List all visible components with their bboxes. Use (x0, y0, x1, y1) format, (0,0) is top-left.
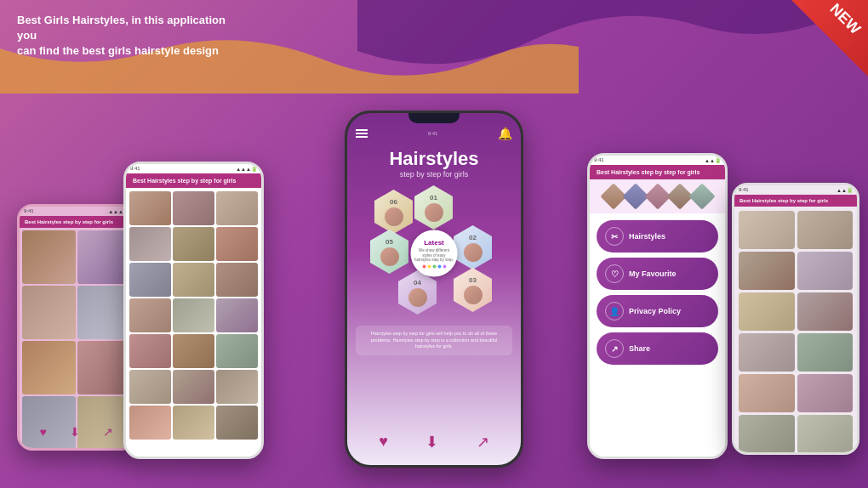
center-app-title: Hairstyles (347, 144, 521, 170)
grid-cell (173, 263, 214, 297)
share-label: Share (629, 344, 650, 353)
center-description: Hairstyles step by step for girls will h… (356, 326, 512, 355)
grid-cell (129, 370, 171, 404)
share-menu-icon: ↗ (605, 339, 624, 358)
far-right-header: Best Hairstyles step by step for girls (734, 195, 857, 207)
diamond-item (688, 183, 715, 209)
grid-cell (216, 334, 258, 368)
far-left-grid (20, 228, 134, 448)
header-line1: Best Girls Hairstyles, in this applicati… (17, 14, 226, 42)
center-app-subtitle: step by step for girls (347, 170, 521, 185)
diamond-section (590, 179, 725, 213)
grid-cell (797, 333, 854, 372)
scissors-icon: ✂ (605, 227, 624, 246)
hex-grid: 06 01 05 (366, 185, 502, 321)
center-time: 9:41 (428, 131, 438, 136)
bell-icon[interactable]: 🔔 (498, 127, 512, 140)
far-left-header: Best Hairstyles step by step for girls (20, 216, 134, 228)
center-notch (408, 113, 460, 123)
far-right-status: 9:41 ▲▲🔋 (734, 185, 857, 195)
grid-cell (216, 370, 258, 404)
grid-cell (173, 406, 214, 440)
menu-privacy[interactable]: 👤 Privacy Policy (597, 295, 718, 327)
diamond-row (593, 183, 722, 210)
share-icon: ↗ (103, 425, 113, 439)
grid-cell (129, 334, 171, 368)
left-header: Best Hairstyles step by step for girls (126, 173, 261, 188)
grid-cell (797, 415, 854, 452)
center-header: 9:41 🔔 (347, 123, 521, 144)
grid-cell (129, 298, 171, 332)
menu-favourite[interactable]: ♡ My Favourite (597, 258, 718, 290)
grid-cell (173, 370, 214, 404)
header-line2: can find the best girls hairstyle design (17, 44, 219, 57)
hex-center: Latest We show different styles of easy … (411, 230, 458, 277)
right-screen: 9:41 ▲▲🔋 Best Hairstyles step by step fo… (590, 156, 725, 457)
grid-cell (797, 292, 854, 331)
phone-far-left: 9:41 ▲▲▲🔋 Best Hairstyles step by step f… (17, 204, 136, 451)
hex-05: 05 (370, 230, 408, 274)
bottom-download-icon[interactable]: ⬇ (425, 433, 438, 451)
phones-container: 9:41 ▲▲▲🔋 Best Hairstyles step by step f… (0, 77, 868, 476)
grid-cell (216, 298, 258, 332)
header-text: Best Girls Hairstyles, in this applicati… (17, 13, 230, 60)
grid-cell (739, 415, 795, 452)
grid-cell (739, 292, 795, 331)
hex-06: 06 (374, 190, 413, 234)
far-left-status: 9:41 ▲▲▲🔋 (20, 207, 134, 216)
grid-cell (173, 227, 214, 261)
grid-cell (797, 211, 854, 249)
phone-left: 9:41 ▲▲▲🔋 Best Hairstyles step by step f… (123, 162, 264, 459)
hex-04: 04 (398, 270, 437, 315)
bottom-share-icon[interactable]: ↗ (477, 433, 489, 451)
privacy-label: Privacy Policy (629, 307, 681, 315)
heart-icon: ♥ (40, 425, 47, 439)
center-bottom-bar: ♥ ⬇ ↗ (347, 426, 521, 458)
grid-cell (797, 252, 854, 290)
far-right-grid (734, 207, 857, 452)
grid-cell (22, 341, 76, 394)
left-screen: 9:41 ▲▲▲🔋 Best Hairstyles step by step f… (126, 164, 261, 457)
grid-cell (216, 227, 258, 261)
heart-outline-icon: ♡ (605, 264, 624, 283)
left-status: 9:41 ▲▲▲🔋 (126, 164, 261, 173)
hex-03: 03 (454, 268, 492, 312)
grid-cell (216, 191, 258, 225)
grid-cell (739, 211, 795, 249)
grid-cell (739, 333, 795, 372)
far-left-screen: 9:41 ▲▲▲🔋 Best Hairstyles step by step f… (20, 207, 134, 448)
hairstyles-label: Hairstyles (629, 232, 665, 241)
right-status: 9:41 ▲▲🔋 (590, 156, 725, 165)
hex-01: 01 (414, 185, 453, 230)
grid-cell (173, 191, 214, 225)
download-icon: ⬇ (70, 425, 80, 439)
center-screen: 9:41 🔔 Hairstyles step by step for girls… (347, 113, 521, 465)
grid-cell (173, 334, 214, 368)
menu-share[interactable]: ↗ Share (597, 332, 718, 365)
hex-dots (422, 264, 446, 268)
grid-cell (22, 230, 76, 284)
menu-items-area: ✂ Hairstyles ♡ My Favourite 👤 Privacy Po… (590, 213, 725, 372)
right-header: Best Hairstyles step by step for girls (590, 165, 725, 179)
grid-cell (173, 298, 214, 332)
grid-cell (129, 263, 171, 297)
menu-hairstyles[interactable]: ✂ Hairstyles (597, 220, 718, 253)
grid-cell (216, 263, 258, 297)
grid-cell (129, 227, 171, 261)
far-left-bottom: ♥ ⬇ ↗ (20, 421, 134, 443)
grid-cell (129, 406, 171, 440)
phone-far-right: 9:41 ▲▲🔋 Best Hairstyles step by step fo… (732, 183, 859, 455)
far-right-screen: 9:41 ▲▲🔋 Best Hairstyles step by step fo… (734, 185, 857, 452)
grid-cell (797, 374, 854, 412)
left-grid (126, 188, 261, 443)
grid-cell (216, 406, 258, 440)
hamburger-icon[interactable] (356, 129, 368, 138)
grid-cell (739, 374, 795, 412)
phone-center: 9:41 🔔 Hairstyles step by step for girls… (345, 111, 523, 468)
grid-cell (739, 252, 795, 290)
bottom-heart-icon[interactable]: ♥ (379, 433, 388, 451)
grid-cell (22, 286, 76, 339)
grid-cell (129, 191, 171, 225)
hex-02: 02 (454, 225, 492, 270)
favourite-label: My Favourite (629, 270, 677, 278)
